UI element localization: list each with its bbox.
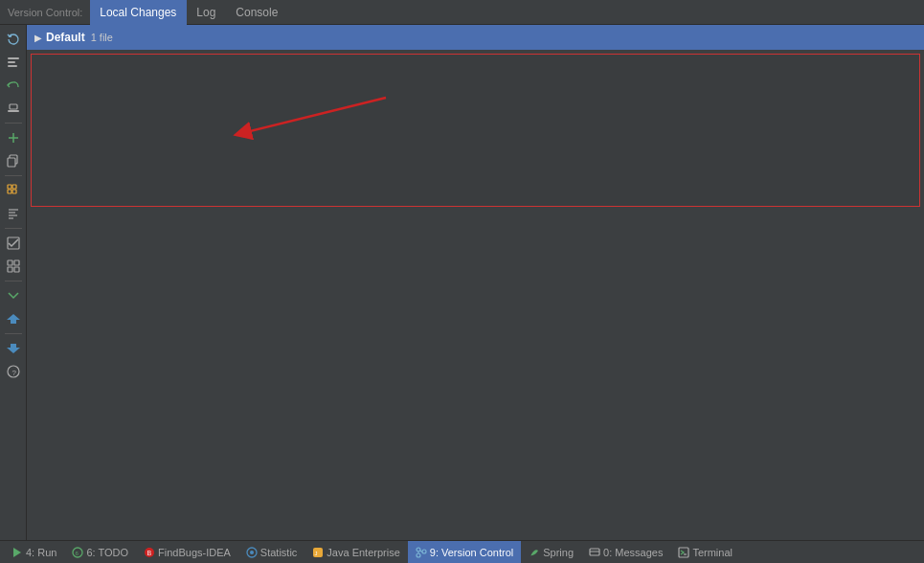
status-run[interactable]: 4: Run [4,541,64,564]
status-messages[interactable]: 0: Messages [581,541,670,564]
changelist-name: Default [46,31,85,44]
statistic-label: Statistic [260,547,298,558]
group-by-btn[interactable] [3,52,24,73]
status-java-enterprise[interactable]: J Java Enterprise [304,541,407,564]
svg-marker-26 [13,548,21,557]
refresh-btn[interactable] [3,29,24,50]
status-terminal[interactable]: Terminal [670,541,740,564]
status-version-control[interactable]: 9: Version Control [408,541,521,564]
left-toolbar: ? [0,25,27,540]
expand-btn[interactable] [3,256,24,277]
svg-point-37 [422,550,426,553]
svg-rect-19 [14,260,19,265]
svg-rect-10 [8,190,11,193]
svg-rect-21 [14,267,19,272]
add-btn[interactable] [3,127,24,148]
messages-label: 0: Messages [603,547,663,558]
changelist-header[interactable]: ▶ Default 1 file [27,25,924,50]
tab-local-changes[interactable]: Local Changes [90,0,187,25]
svg-rect-20 [8,267,12,272]
spring-label: Spring [543,547,574,558]
svg-rect-0 [8,57,19,59]
download-btn[interactable] [3,338,24,359]
collapse-triangle: ▶ [34,33,42,43]
tab-console[interactable]: Console [226,0,288,25]
statistic-icon [246,547,258,558]
copy-btn[interactable] [3,150,24,171]
status-findbugs[interactable]: B FindBugs-IDEA [136,541,238,564]
annotation-arrow [223,93,395,150]
status-bar: 4: Run 6 6: TODO B FindBugs-IDEA Statist… [0,540,924,563]
terminal-label: Terminal [692,547,732,558]
run-icon [11,547,23,558]
svg-rect-4 [10,104,17,109]
svg-text:6: 6 [76,551,79,556]
check-btn[interactable] [3,233,24,254]
status-spring[interactable]: Spring [521,541,581,564]
svg-rect-11 [12,185,16,189]
svg-rect-2 [8,65,17,67]
findbugs-label: FindBugs-IDEA [158,547,231,558]
push-btn[interactable] [3,308,24,329]
separator-2 [5,175,22,176]
java-label: Java Enterprise [327,547,399,558]
svg-rect-9 [8,185,11,189]
changelist-count: 1 file [91,32,113,43]
top-tab-bar: Version Control: Local Changes Log Conso… [0,0,924,25]
svg-rect-12 [12,190,16,193]
todo-label: 6: TODO [86,547,128,558]
run-label: 4: Run [26,547,56,558]
separator-5 [5,333,22,334]
vc-label-status: 9: Version Control [430,547,513,558]
svg-rect-3 [8,110,19,112]
status-statistic[interactable]: Statistic [238,541,305,564]
findbugs-icon: B [144,547,155,558]
separator-3 [5,228,22,229]
svg-rect-8 [8,158,15,167]
separator-1 [5,123,22,124]
svg-point-32 [250,551,254,554]
filter-btn[interactable] [3,180,24,201]
file-list-area [31,54,920,207]
tab-log[interactable]: Log [187,0,226,25]
todo-icon: 6 [72,547,83,558]
svg-text:J: J [315,551,318,556]
rollback-btn[interactable] [3,75,24,96]
svg-text:?: ? [11,369,16,377]
messages-icon [589,547,600,558]
svg-rect-1 [8,61,15,63]
svg-point-36 [417,553,420,557]
arrange-btn[interactable] [3,203,24,224]
main-empty-area [27,211,924,540]
update-btn[interactable] [3,285,24,306]
separator-4 [5,281,22,282]
main-panel: ▶ Default 1 file [27,25,924,540]
svg-rect-18 [8,260,12,265]
svg-line-25 [242,98,386,133]
vc-label: Version Control: [0,7,90,18]
svg-text:B: B [147,550,152,556]
vc-icon [416,547,427,558]
java-icon: J [312,547,324,558]
help-btn[interactable]: ? [3,361,24,382]
status-todo[interactable]: 6 6: TODO [64,541,136,564]
terminal-icon [678,547,689,558]
content-area: ? ▶ Default 1 file [0,25,924,540]
shelf-btn[interactable] [3,98,24,119]
spring-icon [529,547,540,558]
